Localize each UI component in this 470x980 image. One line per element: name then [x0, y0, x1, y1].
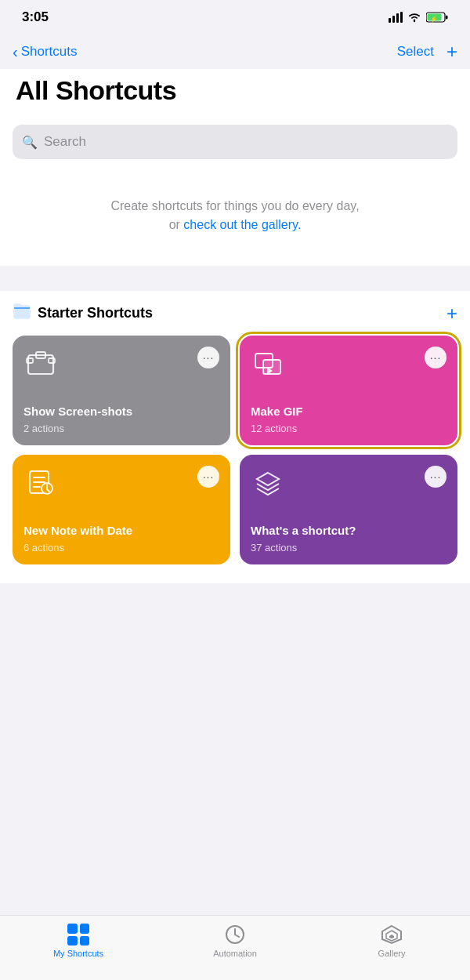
add-shortcut-button[interactable]: +: [446, 42, 457, 61]
search-area: 🔍 Search: [0, 118, 470, 172]
card-name: What's a shortcut?: [251, 524, 446, 539]
page-title-area: All Shortcuts: [0, 69, 470, 118]
svg-rect-5: [446, 16, 448, 20]
battery-icon: ⚡: [426, 12, 448, 23]
card-bottom: New Note with Date 6 actions: [24, 524, 219, 554]
svg-marker-21: [257, 473, 279, 485]
card-menu-button[interactable]: ···: [197, 347, 219, 368]
bottom-gap: [0, 583, 470, 646]
tab-gallery-label: Gallery: [378, 949, 406, 958]
description-text: Create shortcuts for things you do every…: [16, 197, 454, 234]
status-time: 3:05: [22, 9, 49, 25]
gif-icon: [251, 347, 285, 381]
card-name: Make GIF: [251, 405, 446, 419]
menu-dots-icon: ···: [430, 352, 442, 363]
description-link-prefix: or: [169, 218, 184, 231]
tab-automation[interactable]: Automation: [208, 924, 262, 958]
card-actions: 6 actions: [24, 542, 219, 554]
shortcut-card-whats-shortcut[interactable]: ··· What's a shortcut? 37 actions: [240, 455, 457, 564]
menu-dots-icon: ···: [203, 352, 215, 363]
svg-rect-3: [400, 12, 403, 23]
screenshot-icon: [24, 347, 58, 381]
card-bottom: What's a shortcut? 37 actions: [251, 524, 446, 554]
folder-icon: [13, 303, 31, 323]
page-title: All Shortcuts: [16, 75, 454, 106]
search-bar[interactable]: 🔍 Search: [13, 125, 457, 159]
tab-my-shortcuts[interactable]: My Shortcuts: [51, 924, 106, 958]
note-icon: [24, 466, 58, 500]
section-gap: [0, 266, 470, 291]
card-top: ···: [24, 466, 219, 500]
nav-actions: Select +: [397, 42, 457, 61]
svg-rect-13: [263, 360, 280, 374]
section-add-button[interactable]: +: [446, 304, 457, 323]
select-button[interactable]: Select: [397, 44, 434, 60]
card-bottom: Show Screen-shots 2 actions: [24, 405, 219, 434]
card-name: Show Screen-shots: [24, 405, 219, 419]
shortcuts-section: Starter Shortcuts + ···: [0, 291, 470, 583]
status-icons: ⚡: [389, 12, 448, 23]
status-bar: 3:05 ⚡: [0, 0, 470, 34]
tab-bar: My Shortcuts Automation Gallery: [0, 915, 470, 980]
automation-icon: [224, 924, 246, 946]
shortcut-card-make-gif[interactable]: ··· Make GIF 12 actions: [240, 336, 457, 445]
search-icon: 🔍: [22, 135, 38, 150]
back-label: Shortcuts: [21, 44, 78, 60]
card-top: ···: [24, 347, 219, 381]
svg-rect-2: [396, 13, 399, 23]
card-actions: 2 actions: [24, 423, 219, 434]
card-menu-button[interactable]: ···: [425, 466, 446, 488]
gallery-icon: [381, 924, 403, 946]
card-menu-button[interactable]: ···: [197, 466, 219, 488]
my-shortcuts-icon: [67, 924, 89, 946]
nav-bar: ‹ Shortcuts Select +: [0, 34, 470, 69]
back-button[interactable]: ‹ Shortcuts: [13, 44, 77, 60]
search-placeholder: Search: [44, 134, 86, 150]
section-header: Starter Shortcuts +: [13, 303, 457, 323]
svg-rect-1: [392, 16, 395, 23]
shortcut-card-show-screenshots[interactable]: ··· Show Screen-shots 2 actions: [13, 336, 230, 445]
card-actions: 37 actions: [251, 542, 446, 554]
tab-gallery[interactable]: Gallery: [364, 924, 419, 958]
wifi-icon: [407, 12, 421, 23]
section-title: Starter Shortcuts: [38, 305, 153, 321]
menu-dots-icon: ···: [430, 471, 442, 482]
card-top: ···: [251, 347, 446, 381]
card-bottom: Make GIF 12 actions: [251, 405, 446, 434]
description-area: Create shortcuts for things you do every…: [0, 172, 470, 266]
back-chevron-icon: ‹: [13, 44, 18, 60]
signal-icon: [389, 12, 403, 23]
shortcuts-grid: ··· Show Screen-shots 2 actions ·: [13, 336, 457, 564]
svg-text:⚡: ⚡: [430, 15, 438, 23]
section-header-left: Starter Shortcuts: [13, 303, 153, 323]
layers-icon: [251, 466, 285, 500]
tab-my-shortcuts-label: My Shortcuts: [53, 949, 103, 958]
menu-dots-icon: ···: [203, 471, 215, 482]
svg-rect-0: [389, 18, 391, 23]
tab-automation-label: Automation: [213, 949, 257, 958]
gallery-link[interactable]: check out the gallery.: [183, 218, 301, 231]
card-name: New Note with Date: [24, 524, 219, 539]
card-top: ···: [251, 466, 446, 500]
card-actions: 12 actions: [251, 423, 446, 434]
card-menu-button[interactable]: ···: [425, 347, 446, 368]
svg-marker-25: [389, 935, 394, 938]
shortcut-card-new-note[interactable]: ··· New Note with Date 6 actions: [13, 455, 230, 564]
